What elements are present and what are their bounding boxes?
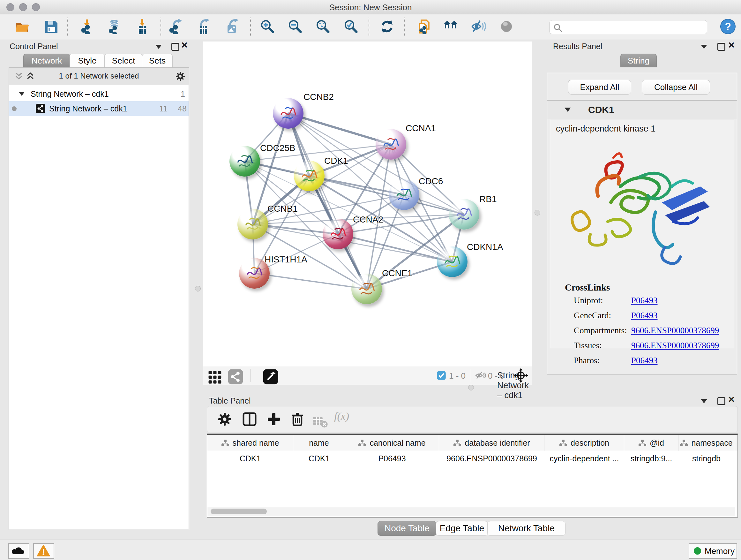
show-columns-icon[interactable] [242,411,258,427]
import-network-file-icon[interactable] [79,19,95,35]
show-all-icon[interactable] [499,19,515,35]
zoom-in-icon[interactable] [260,19,276,35]
crosslink-link[interactable]: P06493 [631,311,658,320]
node-section-expand-icon[interactable] [564,108,571,112]
collapse-all-button[interactable]: Collapse All [642,80,710,95]
collection-expand-icon[interactable] [19,92,24,96]
import-table-file-icon[interactable] [135,19,151,35]
network-node-ccnb2[interactable] [273,98,304,129]
table-cell[interactable]: cyclin-dependent ... [544,451,624,465]
import-network-database-icon[interactable] [107,19,123,35]
open-session-icon[interactable] [15,19,30,35]
hide-selected-icon[interactable] [471,19,487,35]
crosslink-link[interactable]: P06493 [631,296,658,306]
table-panel-close-icon[interactable]: × [728,396,735,402]
column-header-description[interactable]: description [544,435,624,451]
node-label-ccna1: CCNA1 [406,123,436,133]
results-panel-close-icon[interactable]: × [728,42,735,48]
results-panel-float-icon[interactable] [718,43,725,51]
tab-select[interactable]: Select [105,54,143,67]
table-options-gear-icon[interactable] [217,411,232,427]
main-toolbar: ? [0,14,741,39]
control-panel-menu-icon[interactable] [155,45,162,49]
memory-button[interactable]: Memory [689,543,737,559]
add-column-icon[interactable] [266,411,282,427]
search-input[interactable] [565,22,704,33]
results-panel-menu-icon[interactable] [701,45,707,49]
export-image-icon[interactable] [224,19,240,35]
control-panel-float-icon[interactable] [172,43,179,51]
left-divider-grip[interactable] [195,286,201,292]
network-status-dot [12,106,17,111]
network-node-cdk1[interactable] [294,161,325,191]
tab-sets[interactable]: Sets [142,54,173,67]
network-node-cdc6[interactable] [389,179,419,210]
expand-all-button[interactable]: Expand All [568,80,631,95]
zoom-out-icon[interactable] [287,19,304,35]
scrollbar-thumb[interactable] [211,509,267,514]
network-node-ccne1[interactable] [351,273,382,304]
refresh-view-icon[interactable] [380,19,395,35]
tab-edge-table[interactable]: Edge Table [436,521,488,536]
control-panel-close-icon[interactable]: × [181,42,188,48]
network-view-icon[interactable] [227,369,244,385]
cloud-status-button[interactable] [8,543,29,559]
delete-column-trash-icon[interactable] [289,411,306,427]
network-collection-row[interactable]: String Network – cdk1 1 [9,86,189,101]
network-node-rb1[interactable] [449,199,479,230]
crosslink-label: Uniprot: [574,296,603,305]
crosslink-link[interactable]: P06493 [631,356,658,366]
function-builder-icon: f(x) [334,410,349,422]
column-header-canonical-name[interactable]: canonical name [345,435,439,451]
table-cell[interactable]: CDK1 [293,451,345,465]
birds-eye-view-icon[interactable] [263,369,279,385]
tab-style[interactable]: Style [70,54,105,67]
selected-checkbox-icon[interactable] [436,371,446,380]
column-header-database-identifier[interactable]: database identifier [439,435,544,451]
network-options-gear-icon[interactable] [175,71,186,82]
table-cell[interactable]: 9606.ENSP00000378699 [439,451,544,465]
tab-network[interactable]: Network [23,54,70,67]
table-cell[interactable]: CDK1 [207,451,293,465]
column-header-namespace[interactable]: namespace [678,435,734,451]
crosslink-row: Tissues: 9606.ENSP00000378699 [574,341,727,351]
node-section-header[interactable]: CDK1 [547,101,737,119]
column-header-shared-name[interactable]: shared name [207,435,293,451]
network-node-cdc25b[interactable] [229,146,260,177]
column-header--id[interactable]: @id [624,435,678,451]
network-node-ccna2[interactable] [323,219,353,249]
grid-view-icon[interactable] [207,369,223,385]
network-node-ccna1[interactable] [376,129,406,160]
tab-string[interactable]: String [620,54,657,67]
table-cell[interactable]: stringdb [678,451,734,465]
crosslink-link[interactable]: 9606.ENSP00000378699 [631,326,719,335]
bottom-divider-grip[interactable] [468,385,474,390]
clone-network-icon[interactable] [417,19,433,35]
table-cell[interactable]: stringdb:9... [624,451,678,465]
crosslink-link[interactable]: 9606.ENSP00000378699 [631,341,719,351]
export-table-icon[interactable] [196,19,212,35]
column-header-name[interactable]: name [293,435,345,451]
network-row[interactable]: String Network – cdk1 11 48 [9,101,189,116]
tab-node-table[interactable]: Node Table [378,521,436,536]
table-cell[interactable]: P06493 [345,451,439,465]
right-divider-grip[interactable] [535,210,540,215]
first-neighbors-icon[interactable] [443,19,459,35]
save-session-icon[interactable] [44,19,59,35]
table-panel-menu-icon[interactable] [701,399,707,403]
network-node-cdkn1a[interactable] [437,246,468,277]
tab-network-table[interactable]: Network Table [487,521,565,536]
table-panel-float-icon[interactable] [718,397,725,405]
network-node-ccnb1[interactable] [238,209,268,240]
column-namespace-icon [559,439,567,447]
help-button[interactable]: ? [720,18,736,34]
svg-text:?: ? [725,21,731,32]
search-field[interactable] [549,20,707,34]
warnings-button[interactable] [33,543,54,559]
zoom-fit-icon[interactable] [315,19,331,35]
zoom-selected-icon[interactable] [343,19,359,35]
network-canvas[interactable]: CCNB2 CCNA1 CDC25B CDK1 CDC6 RB1 CCNB1 C… [203,42,532,366]
export-network-icon[interactable] [169,19,185,35]
node-label-hist1h1a: HIST1H1A [265,254,307,265]
pan-crosshair-icon[interactable] [514,368,528,383]
